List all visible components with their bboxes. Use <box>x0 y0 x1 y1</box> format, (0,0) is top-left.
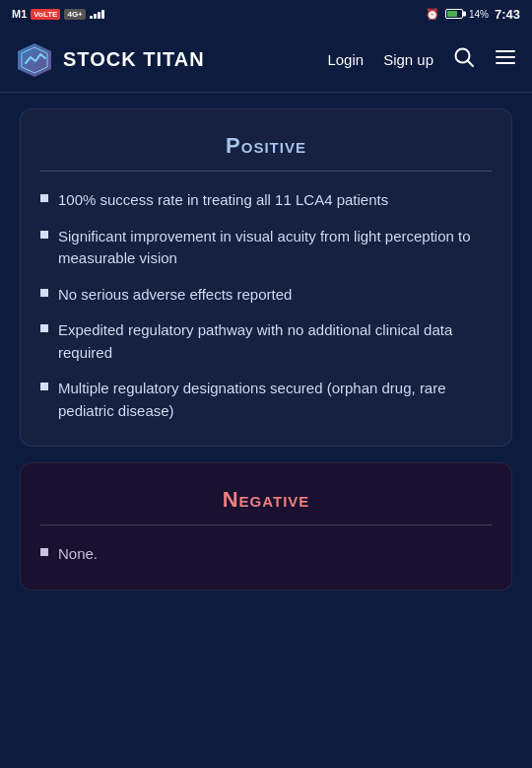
volte-badge: VoLTE <box>31 9 60 20</box>
list-item: 100% success rate in treating all 11 LCA… <box>40 189 492 212</box>
bullet-text: None. <box>58 543 98 566</box>
bullet-icon <box>40 194 48 202</box>
signup-link[interactable]: Sign up <box>383 51 433 68</box>
signal-bars-icon <box>90 10 104 19</box>
bullet-text: Multiple regulatory designations secured… <box>58 378 492 422</box>
bullet-icon <box>40 289 48 297</box>
bullet-text: Expedited regulatory pathway with no add… <box>58 319 492 364</box>
status-right: ⏰ 14% 7:43 <box>426 7 520 22</box>
bullet-icon <box>40 548 48 556</box>
svg-line-3 <box>468 61 474 67</box>
logo-icon <box>16 41 53 79</box>
network-badge: 4G+ <box>64 9 85 20</box>
negative-bullet-list: None. <box>40 543 492 566</box>
time-display: 7:43 <box>495 7 520 22</box>
nav-links: Login Sign up <box>327 46 516 73</box>
bullet-icon <box>40 231 48 239</box>
positive-card-title: Positive <box>40 133 492 159</box>
list-item: Multiple regulatory designations secured… <box>40 378 492 422</box>
list-item: None. <box>40 543 492 566</box>
bullet-text: Significant improvement in visual acuity… <box>58 226 492 270</box>
main-content: Positive 100% success rate in treating a… <box>0 93 532 622</box>
positive-bullet-list: 100% success rate in treating all 11 LCA… <box>40 189 492 422</box>
list-item: Significant improvement in visual acuity… <box>40 226 492 270</box>
bullet-icon <box>40 324 48 332</box>
alarm-icon: ⏰ <box>426 8 439 21</box>
hamburger-menu-icon[interactable] <box>495 46 516 73</box>
bullet-text: No serious adverse effects reported <box>58 284 292 307</box>
logo-text: STOCK TITAN <box>63 48 205 71</box>
navbar: STOCK TITAN Login Sign up <box>0 28 532 93</box>
negative-card-title: Negative <box>40 487 492 513</box>
status-left: M1 VoLTE 4G+ <box>12 8 104 20</box>
positive-card: Positive 100% success rate in treating a… <box>20 108 512 447</box>
bullet-icon <box>40 383 48 390</box>
battery-percent: 14% <box>469 9 489 20</box>
negative-card: Negative None. <box>20 462 512 591</box>
search-icon[interactable] <box>453 46 475 73</box>
list-item: No serious adverse effects reported <box>40 284 492 307</box>
logo-container: STOCK TITAN <box>16 41 327 79</box>
bullet-text: 100% success rate in treating all 11 LCA… <box>58 189 388 212</box>
status-bar: M1 VoLTE 4G+ ⏰ 14% 7:43 <box>0 0 532 28</box>
positive-card-divider <box>40 171 492 172</box>
login-link[interactable]: Login <box>327 51 364 68</box>
carrier-text: M1 <box>12 8 27 20</box>
negative-card-divider <box>40 524 492 525</box>
battery-icon <box>445 9 463 19</box>
list-item: Expedited regulatory pathway with no add… <box>40 319 492 364</box>
